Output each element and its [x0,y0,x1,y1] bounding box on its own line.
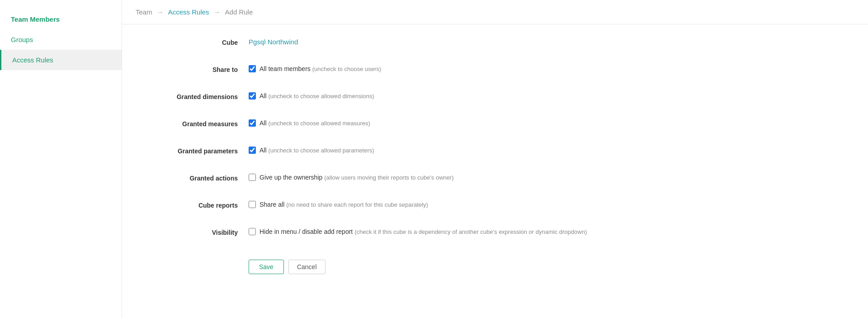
visibility-value: Hide in menu / disable add report (check… [249,228,841,235]
form-row-cube-reports: Cube reports Share all (no need to share… [149,201,841,215]
granted-actions-hint-text: (allow users moving their reports to cub… [324,174,453,181]
granted-actions-checkbox[interactable] [249,174,256,181]
form-row-granted-dimensions: Granted dimensions All (uncheck to choos… [149,92,841,107]
cube-reports-main-text: Share all [259,201,284,208]
breadcrumb-add-rule: Add Rule [225,8,253,16]
granted-parameters-hint-text: (uncheck to choose allowed parameters) [268,147,374,154]
share-to-checkbox-wrapper: All team members (uncheck to choose user… [249,65,381,72]
granted-actions-value: Give up the ownership (allow users movin… [249,174,841,181]
granted-measures-value: All (uncheck to choose allowed measures) [249,119,841,127]
share-to-checkbox[interactable] [249,65,256,72]
cube-value-container: Pgsql Northwind [249,38,841,46]
visibility-label: Visibility [149,228,249,236]
granted-parameters-label: Granted parameters [149,147,249,155]
granted-dimensions-checkbox-wrapper: All (uncheck to choose allowed dimension… [249,92,374,100]
form-row-granted-parameters: Granted parameters All (uncheck to choos… [149,147,841,161]
granted-dimensions-main-text: All [259,92,267,100]
breadcrumb-arrow-1: → [157,8,164,16]
buttons-value: Save Cancel [249,255,841,274]
form-row-cube: Cube Pgsql Northwind [149,38,841,52]
granted-dimensions-hint-text: (uncheck to choose allowed dimensions) [268,93,374,100]
share-to-value: All team members (uncheck to choose user… [249,65,841,72]
save-button[interactable]: Save [249,260,284,274]
granted-parameters-main-text: All [259,147,267,154]
form-row-visibility: Visibility Hide in menu / disable add re… [149,228,841,242]
button-row: Save Cancel [249,260,326,274]
sidebar-item-team-members[interactable]: Team Members [0,9,122,29]
cube-reports-label: Cube reports [149,201,249,209]
share-to-label: Share to [149,65,249,73]
sidebar-item-groups[interactable]: Groups [0,29,122,50]
share-to-main-text: All team members [259,65,311,72]
buttons-spacer [149,255,249,256]
cube-reports-checkbox-wrapper: Share all (no need to share each report … [249,201,428,208]
cube-reports-hint-text: (no need to share each report for this c… [286,201,428,208]
granted-dimensions-value: All (uncheck to choose allowed dimension… [249,92,841,100]
breadcrumb-arrow-2: → [214,8,221,16]
visibility-checkbox[interactable] [249,228,256,235]
visibility-checkbox-wrapper: Hide in menu / disable add report (check… [249,228,587,235]
granted-measures-checkbox-wrapper: All (uncheck to choose allowed measures) [249,119,370,127]
share-to-main-label: All team members (uncheck to choose user… [259,65,381,72]
granted-parameters-main-label: All (uncheck to choose allowed parameter… [259,147,374,154]
granted-dimensions-checkbox[interactable] [249,92,256,100]
form-row-granted-measures: Granted measures All (uncheck to choose … [149,119,841,134]
sidebar-item-access-rules[interactable]: Access Rules [0,50,122,70]
granted-measures-main-label: All (uncheck to choose allowed measures) [259,119,370,127]
visibility-hint-text: (check it if this cube is a dependency o… [354,228,587,235]
cube-link[interactable]: Pgsql Northwind [249,38,298,46]
share-to-hint-text: (uncheck to choose users) [312,66,381,72]
granted-measures-checkbox[interactable] [249,119,256,127]
cancel-button[interactable]: Cancel [288,260,326,274]
main-content: Team → Access Rules → Add Rule Cube Pgsq… [122,0,868,318]
cube-reports-checkbox[interactable] [249,201,256,208]
granted-actions-checkbox-wrapper: Give up the ownership (allow users movin… [249,174,454,181]
cube-reports-value: Share all (no need to share each report … [249,201,841,208]
cube-reports-main-label: Share all (no need to share each report … [259,201,428,208]
sidebar-item-team-members-label: Team Members [11,15,60,23]
granted-dimensions-main-label: All (uncheck to choose allowed dimension… [259,92,374,100]
sidebar-item-groups-label: Groups [11,36,33,43]
form-row-granted-actions: Granted actions Give up the ownership (a… [149,174,841,188]
form-row-buttons: Save Cancel [149,255,841,274]
form-area: Cube Pgsql Northwind Share to All team m… [122,24,868,318]
visibility-main-text: Hide in menu / disable add report [259,228,353,235]
granted-measures-label: Granted measures [149,119,249,128]
form-row-share-to: Share to All team members (uncheck to ch… [149,65,841,80]
granted-parameters-checkbox-wrapper: All (uncheck to choose allowed parameter… [249,147,374,154]
visibility-main-label: Hide in menu / disable add report (check… [259,228,587,235]
breadcrumb: Team → Access Rules → Add Rule [122,0,868,24]
granted-dimensions-label: Granted dimensions [149,92,249,100]
granted-actions-main-text: Give up the ownership [259,174,322,181]
granted-measures-hint-text: (uncheck to choose allowed measures) [268,120,370,127]
breadcrumb-access-rules[interactable]: Access Rules [168,8,209,16]
granted-actions-main-label: Give up the ownership (allow users movin… [259,174,454,181]
cube-label: Cube [149,38,249,46]
granted-parameters-checkbox[interactable] [249,147,256,154]
granted-actions-label: Granted actions [149,174,249,182]
granted-measures-main-text: All [259,119,267,127]
sidebar: Team Members Groups Access Rules [0,0,122,318]
granted-parameters-value: All (uncheck to choose allowed parameter… [249,147,841,154]
sidebar-item-access-rules-label: Access Rules [12,56,53,64]
breadcrumb-team: Team [136,8,152,16]
